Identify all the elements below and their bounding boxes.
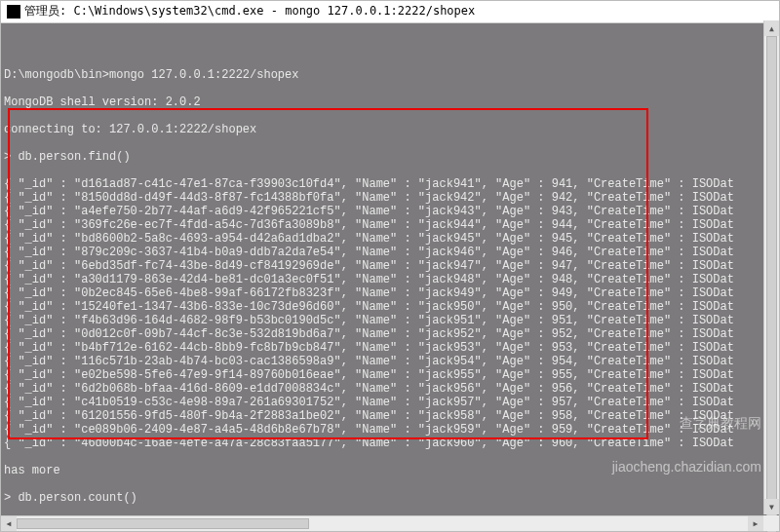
result-row: { "_id" : "b4bf712e-6162-44cb-8bb9-fc8b7… [4,341,776,355]
scrollbar-corner [763,515,779,531]
result-row: { "_id" : "c41b0519-c53c-4e98-89a7-261a6… [4,396,776,409]
result-row: { "_id" : "46d00b4c-16ae-4efe-a47a-28c83… [4,437,776,450]
connecting-line: connecting to: 127.0.0.1:2222/shopex [4,123,776,136]
terminal-output[interactable]: D:\mongodb\bin>mongo 127.0.0.1:2222/shop… [1,23,779,531]
scrollbar-track[interactable] [17,516,748,531]
result-row: { "_id" : "ce089b06-2409-4e87-a4a5-48d6b… [4,423,776,437]
result-row: { "_id" : "a30d1179-863e-42d4-be81-dc01a… [4,273,776,286]
result-row: { "_id" : "369fc26e-ec7f-4fdd-a54c-7d36f… [4,218,776,232]
result-rows: { "_id" : "d161ad87-c41c-47e1-87ca-f3990… [4,177,776,450]
horizontal-scrollbar[interactable]: ◀ ▶ [1,515,763,531]
vertical-scrollbar[interactable]: ▲ ▼ [763,20,779,514]
result-row: { "_id" : "6d2b068b-bfaa-416d-8609-e1dd7… [4,382,776,396]
result-row: { "_id" : "879c209c-3637-41b4-b0a9-ddb7a… [4,246,776,259]
result-row: { "_id" : "6ebd35df-fc74-43be-8d49-cf841… [4,259,776,273]
has-more: has more [4,464,776,477]
scroll-left-icon[interactable]: ◀ [1,516,17,531]
blank-line [4,41,776,55]
result-row: { "_id" : "8150dd8d-d49f-44d3-8f87-fc143… [4,191,776,205]
result-row: { "_id" : "d161ad87-c41c-47e1-87ca-f3990… [4,177,776,191]
cmd-line: D:\mongodb\bin>mongo 127.0.0.1:2222/shop… [4,68,776,82]
result-row: { "_id" : "e02be598-5fe6-47e9-9f14-89760… [4,368,776,382]
result-row: { "_id" : "61201556-9fd5-480f-9b4a-2f288… [4,409,776,423]
scroll-right-icon[interactable]: ▶ [748,516,763,531]
scroll-up-icon[interactable]: ▲ [764,20,779,36]
result-row: { "_id" : "15240fe1-1347-43b6-833e-10c73… [4,300,776,314]
result-row: { "_id" : "0b2ec845-65e6-4be8-99af-66172… [4,286,776,300]
titlebar[interactable]: 管理员: C:\Windows\system32\cmd.exe - mongo… [1,1,779,23]
result-row: { "_id" : "116c571b-23ab-4b74-bc03-cac13… [4,355,776,368]
console-window: 管理员: C:\Windows\system32\cmd.exe - mongo… [0,0,780,532]
shell-version-line: MongoDB shell version: 2.0.2 [4,95,776,109]
result-row: { "_id" : "a4efe750-2b77-44af-a6d9-42f96… [4,205,776,218]
result-row: { "_id" : "f4b63d96-164d-4682-98f9-b53bc… [4,314,776,327]
scrollbar-thumb[interactable] [766,36,777,532]
title-text: 管理员: C:\Windows\system32\cmd.exe - mongo… [24,3,475,19]
result-row: { "_id" : "0d012c0f-09b7-44cf-8c3e-532d8… [4,327,776,341]
result-row: { "_id" : "bd8600b2-5a8c-4693-a954-d42a6… [4,232,776,246]
cmd-icon [7,5,20,19]
scrollbar-thumb-h[interactable] [17,518,309,529]
query-find: > db.person.find() [4,150,776,164]
scroll-down-icon[interactable]: ▼ [764,499,779,514]
query-count: > db.person.count() [4,491,776,505]
